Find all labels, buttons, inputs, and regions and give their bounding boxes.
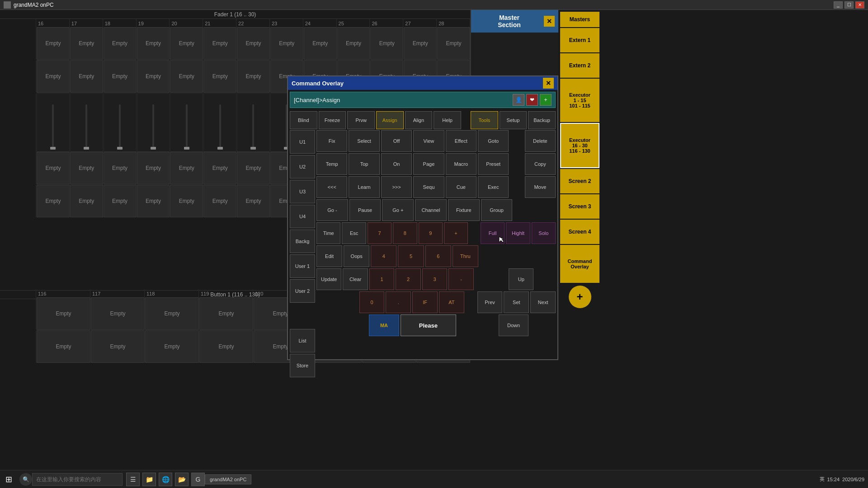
exec-btn[interactable]: Exec [478,176,509,198]
num6-btn[interactable]: 6 [425,245,451,267]
slider-16[interactable] [37,93,70,152]
top-btn[interactable]: Top [349,153,379,175]
slider-21[interactable] [203,93,236,152]
at-btn[interactable]: AT [439,291,464,313]
num3-btn[interactable]: 3 [422,268,447,290]
maximize-button[interactable]: ☐ [844,1,854,9]
empty-btn-21-4[interactable]: Empty [203,185,236,217]
minimize-button[interactable]: _ [834,1,843,9]
move-btn[interactable]: Move [525,176,556,198]
empty-btn-19-3[interactable]: Empty [137,152,170,184]
empty-btn-22-3[interactable]: Empty [237,152,270,184]
empty-btn-21-3[interactable]: Empty [203,152,236,184]
empty-btn-16-4[interactable]: Empty [37,185,70,217]
backup-btn[interactable]: Backup [528,111,556,129]
empty-btn-18-4[interactable]: Empty [104,185,137,217]
screen4-button[interactable]: Screen 4 [560,220,599,244]
set-btn[interactable]: Set [504,291,529,313]
highlt-btn[interactable]: Highlt [506,222,530,244]
u2-btn[interactable]: U2 [290,155,315,178]
empty-btn-20-top[interactable]: Empty [170,27,203,60]
screen3-button[interactable]: Screen 3 [560,194,599,219]
empty-btn-119-1[interactable]: Empty [199,297,253,330]
close-button[interactable]: ✕ [855,1,864,9]
empty-btn-117-1[interactable]: Empty [91,297,145,330]
effect-btn[interactable]: Effect [446,130,476,152]
help-btn[interactable]: Help [434,111,461,129]
empty-btn-25-top[interactable]: Empty [337,27,370,60]
num5-btn[interactable]: 5 [398,245,424,267]
num9-btn[interactable]: 9 [419,222,443,244]
empty-btn-21-top[interactable]: Empty [203,27,236,60]
esc-btn[interactable]: Esc [342,222,366,244]
empty-btn-17-3[interactable]: Empty [70,152,103,184]
active-app-taskbar[interactable]: grandMA2 onPC [205,474,251,484]
command-overlay-button[interactable]: Command Overlay [560,245,599,283]
u4-btn[interactable]: U4 [290,205,315,228]
select-btn[interactable]: Select [349,130,379,152]
ma-btn[interactable]: MA [369,314,399,336]
user2-btn[interactable]: User 2 [290,279,315,303]
learn-btn[interactable]: Learn [349,176,379,198]
preset-btn[interactable]: Preset [478,153,509,175]
heart-icon-btn[interactable]: ❤ [526,94,538,106]
dot-btn[interactable]: . [386,291,411,313]
if-btn[interactable]: IF [412,291,438,313]
temp-btn[interactable]: Temp [316,153,347,175]
empty-btn-21-2[interactable]: Empty [203,60,236,93]
copy-btn[interactable]: Copy [525,153,556,175]
down-btn[interactable]: Down [499,314,529,336]
on-btn[interactable]: On [381,153,412,175]
blind-btn[interactable]: Blind [290,111,317,129]
empty-btn-18-2[interactable]: Empty [104,60,137,93]
empty-btn-16-top[interactable]: Empty [37,27,70,60]
list-btn[interactable]: List [290,329,315,352]
executor1-button[interactable]: Executor 1 - 15 101 - 115 [560,79,599,122]
empty-btn-116-1[interactable]: Empty [37,297,90,330]
pause-btn[interactable]: Pause [349,199,381,221]
num2-btn[interactable]: 2 [396,268,420,290]
empty-btn-18-top[interactable]: Empty [104,27,137,60]
goto-btn[interactable]: Goto [478,130,509,152]
minus-btn[interactable]: - [448,268,473,290]
empty-btn-17-4[interactable]: Empty [70,185,103,217]
command-close-button[interactable]: ✕ [543,78,554,89]
update-btn[interactable]: Update [316,268,341,290]
empty-btn-116-2[interactable]: Empty [37,330,90,363]
folder-icon[interactable]: 📂 [175,473,189,486]
file-icon[interactable]: 📁 [142,473,156,486]
empty-btn-18-3[interactable]: Empty [104,152,137,184]
align-btn[interactable]: Align [405,111,433,129]
view-btn[interactable]: View [413,130,444,152]
edit-btn[interactable]: Edit [316,245,342,267]
backg-btn[interactable]: Backg [290,230,315,253]
clear-btn[interactable]: Clear [343,268,368,290]
empty-btn-17-top[interactable]: Empty [70,27,103,60]
solo-btn[interactable]: Solo [532,222,556,244]
num8-btn[interactable]: 8 [393,222,417,244]
slider-17[interactable] [70,93,103,152]
empty-btn-19-top[interactable]: Empty [137,27,170,60]
store-btn[interactable]: Store [290,354,315,377]
go-plus-btn[interactable]: Go + [382,199,414,221]
num7-btn[interactable]: 7 [368,222,392,244]
user1-btn[interactable]: User 1 [290,254,315,278]
empty-btn-17-2[interactable]: Empty [70,60,103,93]
taskview-icon[interactable]: ☰ [126,473,140,486]
user-icon-btn[interactable]: 👤 [513,94,524,106]
app-icon-taskbar[interactable]: G [191,473,205,486]
assign-btn[interactable]: Assign [376,111,404,129]
empty-btn-22-top[interactable]: Empty [237,27,270,60]
u1-btn[interactable]: U1 [290,130,315,154]
rewind-btn[interactable]: <<< [316,176,347,198]
page-btn[interactable]: Page [413,153,444,175]
slider-22[interactable] [237,93,270,152]
slider-19[interactable] [137,93,170,152]
search-icon[interactable]: 🔍 [19,473,32,486]
extern1-button[interactable]: Extern 1 [560,28,599,52]
executor2-button[interactable]: Executor 16 - 30 116 - 130 [560,123,599,168]
empty-btn-19-4[interactable]: Empty [137,185,170,217]
empty-btn-26-top[interactable]: Empty [370,27,403,60]
oops-btn[interactable]: Oops [344,245,369,267]
empty-btn-28-top[interactable]: Empty [437,27,470,60]
